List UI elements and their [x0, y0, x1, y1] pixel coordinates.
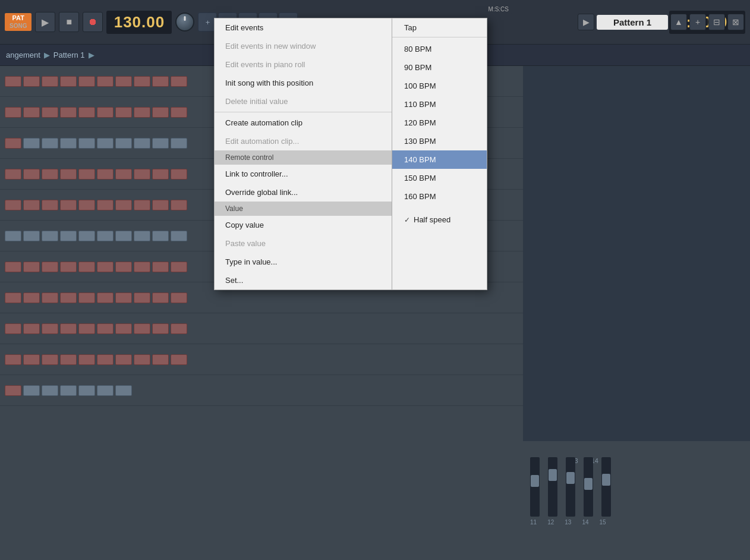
track-pad[interactable]	[78, 169, 95, 180]
track-pad[interactable]	[60, 169, 77, 180]
menu-item-override-global[interactable]: Override global link...	[215, 183, 392, 202]
track-pad[interactable]	[171, 292, 187, 303]
track-pad[interactable]	[97, 292, 114, 303]
track-pad[interactable]	[152, 231, 169, 241]
track-pad[interactable]	[5, 107, 21, 118]
track-pad[interactable]	[134, 169, 150, 180]
track-pad[interactable]	[23, 385, 40, 396]
play-button[interactable]: ▶	[35, 12, 55, 32]
track-pad[interactable]	[60, 200, 77, 210]
track-pad[interactable]	[60, 354, 77, 365]
track-pad[interactable]	[152, 323, 169, 334]
track-pad[interactable]	[97, 76, 114, 87]
bpm-display[interactable]: 130.00	[106, 11, 172, 34]
menu-item-bpm-100[interactable]: 100 BPM	[392, 77, 487, 95]
menu-item-bpm-150[interactable]: 150 BPM	[392, 169, 487, 187]
track-pad[interactable]	[152, 76, 169, 87]
pattern-up-button[interactable]: ▲	[670, 14, 687, 30]
track-pad[interactable]	[78, 323, 95, 334]
pattern-settings-button[interactable]: ⊟	[708, 14, 725, 30]
track-pad[interactable]	[60, 231, 77, 241]
fader-11[interactable]	[530, 457, 540, 517]
track-pad[interactable]	[78, 231, 95, 241]
track-pad[interactable]	[60, 292, 77, 303]
track-pad[interactable]	[42, 262, 58, 272]
menu-item-link-controller[interactable]: Link to controller...	[215, 165, 392, 183]
track-pad[interactable]	[23, 231, 40, 241]
track-pad[interactable]	[23, 292, 40, 303]
track-pad[interactable]	[134, 76, 150, 87]
track-pad[interactable]	[171, 354, 187, 365]
track-pad[interactable]	[152, 262, 169, 272]
track-pad[interactable]	[134, 231, 150, 241]
prev-pattern-button[interactable]: ▶	[578, 14, 594, 30]
menu-item-bpm-110[interactable]: 110 BPM	[392, 95, 487, 114]
track-pad[interactable]	[134, 138, 150, 149]
track-pad[interactable]	[23, 76, 40, 87]
track-pad[interactable]	[115, 323, 132, 334]
track-pad[interactable]	[115, 169, 132, 180]
track-pad[interactable]	[97, 138, 114, 149]
track-pad[interactable]	[5, 323, 21, 334]
track-pad[interactable]	[171, 169, 187, 180]
track-pad[interactable]	[42, 231, 58, 241]
track-pad[interactable]	[5, 354, 21, 365]
track-pad[interactable]	[5, 385, 21, 396]
track-pad[interactable]	[5, 231, 21, 241]
track-pad[interactable]	[60, 323, 77, 334]
track-pad[interactable]	[42, 200, 58, 210]
track-pad[interactable]	[42, 169, 58, 180]
track-pad[interactable]	[23, 323, 40, 334]
add-pattern-button[interactable]: +	[689, 14, 706, 30]
track-pad[interactable]	[115, 354, 132, 365]
track-pad[interactable]	[115, 76, 132, 87]
track-pad[interactable]	[5, 169, 21, 180]
bpm-knob[interactable]	[175, 12, 194, 32]
menu-item-bpm-80[interactable]: 80 BPM	[392, 40, 487, 58]
track-pad[interactable]	[5, 262, 21, 272]
fader-14[interactable]	[584, 457, 593, 517]
menu-item-type-in-value[interactable]: Type in value...	[215, 253, 392, 271]
menu-item-create-automation[interactable]: Create automation clip	[215, 114, 392, 132]
track-pad[interactable]	[115, 385, 132, 396]
track-pad[interactable]	[42, 138, 58, 149]
track-pad[interactable]	[115, 138, 132, 149]
track-pad[interactable]	[152, 107, 169, 118]
menu-item-bpm-160[interactable]: 160 BPM	[392, 187, 487, 206]
track-pad[interactable]	[60, 262, 77, 272]
record-button[interactable]: ⏺	[83, 12, 103, 32]
track-pad[interactable]	[5, 200, 21, 210]
track-pad[interactable]	[23, 169, 40, 180]
fader-13[interactable]	[566, 457, 575, 517]
track-pad[interactable]	[42, 292, 58, 303]
track-pad[interactable]	[23, 354, 40, 365]
track-pad[interactable]	[171, 138, 187, 149]
track-pad[interactable]	[42, 385, 58, 396]
track-pad[interactable]	[97, 231, 114, 241]
track-pad[interactable]	[171, 231, 187, 241]
track-pad[interactable]	[134, 292, 150, 303]
track-pad[interactable]	[152, 200, 169, 210]
menu-item-half-speed[interactable]: ✓ Half speed	[392, 210, 487, 229]
track-pad[interactable]	[78, 262, 95, 272]
menu-item-bpm-120[interactable]: 120 BPM	[392, 114, 487, 132]
menu-item-set[interactable]: Set...	[215, 271, 392, 290]
track-pad[interactable]	[78, 76, 95, 87]
track-pad[interactable]	[5, 292, 21, 303]
track-pad[interactable]	[115, 292, 132, 303]
track-pad[interactable]	[60, 385, 77, 396]
stop-button[interactable]: ■	[59, 12, 79, 32]
track-pad[interactable]	[171, 76, 187, 87]
track-pad[interactable]	[134, 262, 150, 272]
track-pad[interactable]	[42, 76, 58, 87]
track-pad[interactable]	[171, 200, 187, 210]
track-pad[interactable]	[60, 107, 77, 118]
menu-item-bpm-130[interactable]: 130 BPM	[392, 132, 487, 150]
pat-song-button[interactable]: PAT SONG	[5, 13, 31, 30]
track-pad[interactable]	[78, 200, 95, 210]
track-pad[interactable]	[23, 138, 40, 149]
track-pad[interactable]	[115, 200, 132, 210]
track-pad[interactable]	[115, 262, 132, 272]
track-pad[interactable]	[97, 107, 114, 118]
track-pad[interactable]	[115, 231, 132, 241]
